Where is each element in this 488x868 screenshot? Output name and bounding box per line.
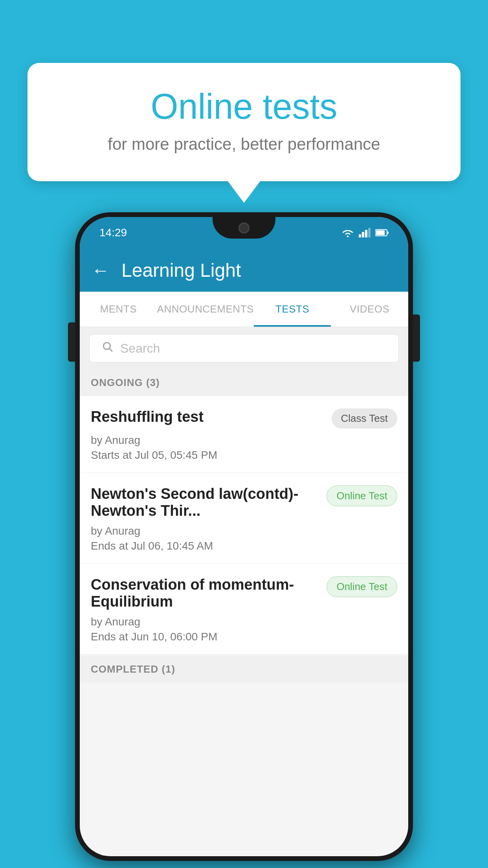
svg-point-7 — [103, 342, 110, 349]
search-placeholder: Search — [120, 341, 160, 356]
search-icon — [101, 340, 114, 356]
ongoing-section-header: ONGOING (3) — [80, 370, 408, 396]
app-title: Learning Light — [121, 259, 241, 281]
test-time: Starts at Jul 05, 05:45 PM — [91, 449, 397, 462]
signal-icon — [359, 228, 371, 237]
phone-mockup: 14:29 — [75, 212, 413, 861]
notch — [213, 217, 275, 239]
svg-rect-1 — [362, 232, 364, 237]
completed-label: COMPLETED (1) — [91, 663, 175, 675]
test-badge-online-1: Online Test — [327, 485, 397, 506]
test-title-2: Newton's Second law(contd)-Newton's Thir… — [91, 485, 319, 519]
promo-bubble: Online tests for more practice, better p… — [28, 63, 460, 181]
test-badge-class: Class Test — [332, 408, 397, 428]
test-time-3: Ends at Jun 10, 06:00 PM — [91, 631, 397, 643]
back-button[interactable]: ← — [92, 259, 110, 281]
test-author: by Anurag — [91, 434, 397, 447]
tab-bar: MENTS ANNOUNCEMENTS TESTS VIDEOS — [80, 292, 408, 327]
test-time-2: Ends at Jul 06, 10:45 AM — [91, 540, 397, 552]
test-item-newtons[interactable]: Newton's Second law(contd)-Newton's Thir… — [80, 473, 408, 564]
test-title-3: Conservation of momentum-Equilibrium — [91, 576, 319, 610]
svg-rect-2 — [365, 230, 367, 237]
status-time: 14:29 — [99, 226, 127, 239]
battery-icon — [375, 229, 389, 237]
bubble-title: Online tests — [59, 86, 429, 127]
svg-rect-3 — [368, 228, 371, 237]
status-bar: 14:29 — [80, 217, 408, 248]
tab-announcements[interactable]: ANNOUNCEMENTS — [157, 292, 254, 327]
svg-rect-5 — [376, 230, 385, 235]
test-item-header: Reshuffling test Class Test — [91, 408, 397, 428]
camera — [238, 223, 250, 234]
tab-tests[interactable]: TESTS — [254, 292, 331, 327]
svg-rect-0 — [359, 234, 361, 237]
test-author-2: by Anurag — [91, 525, 397, 537]
phone-screen: 14:29 — [80, 217, 408, 856]
test-author-3: by Anurag — [91, 616, 397, 628]
search-input[interactable]: Search — [89, 334, 399, 362]
completed-section-header: COMPLETED (1) — [80, 656, 408, 682]
svg-rect-6 — [387, 232, 389, 234]
svg-line-8 — [110, 349, 112, 351]
tab-videos[interactable]: VIDEOS — [331, 292, 408, 327]
tab-ments[interactable]: MENTS — [80, 292, 157, 327]
test-title: Reshuffling test — [91, 408, 324, 425]
test-badge-online-2: Online Test — [327, 576, 397, 597]
test-item-conservation[interactable]: Conservation of momentum-Equilibrium Onl… — [80, 564, 408, 655]
status-icons — [341, 228, 389, 237]
test-item-reshuffling[interactable]: Reshuffling test Class Test by Anurag St… — [80, 396, 408, 473]
wifi-icon — [341, 228, 354, 237]
test-item-header-3: Conservation of momentum-Equilibrium Onl… — [91, 576, 397, 610]
bubble-subtitle: for more practice, better performance — [59, 135, 429, 154]
search-bar: Search — [80, 327, 408, 370]
phone-frame: 14:29 — [75, 212, 413, 861]
ongoing-label: ONGOING (3) — [91, 377, 160, 388]
test-item-header-2: Newton's Second law(contd)-Newton's Thir… — [91, 485, 397, 519]
app-bar: ← Learning Light — [80, 248, 408, 292]
